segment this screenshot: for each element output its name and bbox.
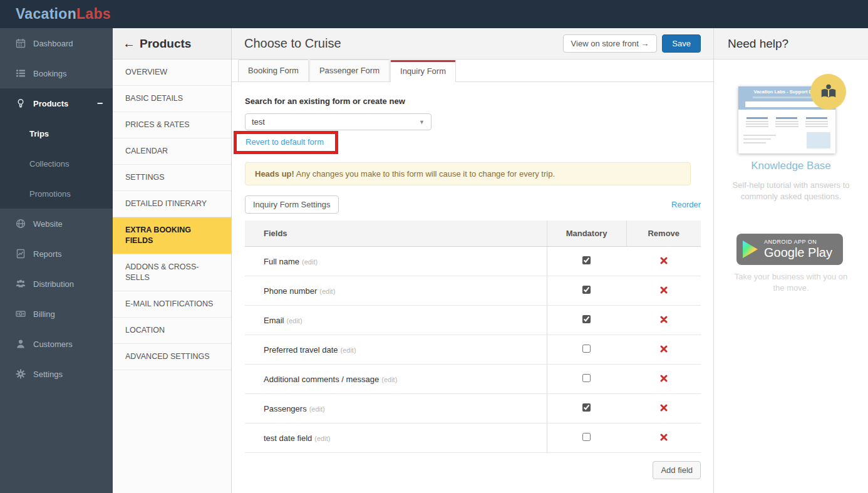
product-menu: ← Products OVERVIEW BASIC DETAILS PRICES… bbox=[113, 28, 232, 493]
collapse-minus-icon[interactable]: − bbox=[97, 98, 103, 109]
people-group-icon bbox=[16, 279, 26, 289]
google-play-line1: ANDROID APP ON bbox=[764, 239, 832, 245]
remove-icon[interactable] bbox=[660, 345, 668, 353]
sidebar-item-label: Customers bbox=[33, 340, 73, 349]
mandatory-checkbox[interactable] bbox=[582, 315, 591, 323]
google-play-badge[interactable]: ANDROID APP ON Google Play bbox=[736, 234, 843, 265]
product-menu-title: Products bbox=[140, 37, 191, 51]
logo-part-labs: Labs bbox=[76, 6, 111, 22]
mandatory-checkbox[interactable] bbox=[582, 374, 591, 382]
menu-item-calendar[interactable]: CALENDAR bbox=[113, 138, 231, 165]
page-title: Choose to Cruise bbox=[244, 36, 563, 51]
sidebar-item-label: Bookings bbox=[33, 69, 66, 78]
remove-icon[interactable] bbox=[660, 433, 668, 441]
remove-icon[interactable] bbox=[660, 257, 668, 264]
sidebar-item-billing[interactable]: Billing bbox=[0, 299, 113, 329]
sidebar-item-label: Reports bbox=[33, 249, 62, 259]
menu-item-basic-details[interactable]: BASIC DETAILS bbox=[113, 86, 231, 112]
field-name: test date field bbox=[264, 433, 312, 443]
menu-item-overview[interactable]: OVERVIEW bbox=[113, 60, 231, 86]
revert-to-default-link[interactable]: Revert to default form bbox=[245, 137, 324, 147]
form-select[interactable]: test ▼ bbox=[245, 113, 431, 130]
google-play-description: Take your business with you on the move. bbox=[714, 271, 868, 294]
sidebar-item-products[interactable]: Products − bbox=[0, 88, 113, 118]
table-row: Phone number(edit) bbox=[245, 276, 701, 306]
tab-passenger-form[interactable]: Passenger Form bbox=[309, 60, 390, 81]
revert-section: Revert to default form bbox=[245, 130, 713, 156]
remove-icon[interactable] bbox=[660, 316, 668, 323]
sidebar-item-website[interactable]: Website bbox=[0, 209, 113, 239]
sidebar-item-reports[interactable]: Reports bbox=[0, 239, 113, 269]
top-navbar: VacationLabs bbox=[0, 0, 868, 28]
inquiry-form-settings-button[interactable]: Inquiry Form Settings bbox=[245, 195, 339, 214]
mandatory-checkbox[interactable] bbox=[582, 286, 591, 294]
menu-item-advanced-settings[interactable]: ADVANCED SETTINGS bbox=[113, 344, 231, 370]
book-reader-icon bbox=[819, 83, 838, 101]
mandatory-checkbox[interactable] bbox=[582, 256, 591, 264]
sidebar-item-label: Dashboard bbox=[33, 39, 73, 48]
main-sidebar: Dashboard Bookings Products − Trips Coll… bbox=[0, 28, 113, 493]
mandatory-checkbox[interactable] bbox=[582, 433, 591, 441]
person-icon bbox=[16, 339, 26, 349]
remove-icon[interactable] bbox=[660, 404, 668, 412]
edit-link[interactable]: (edit) bbox=[381, 376, 397, 383]
field-name: Passengers bbox=[264, 404, 307, 413]
save-button[interactable]: Save bbox=[662, 34, 701, 53]
edit-link[interactable]: (edit) bbox=[341, 346, 356, 354]
table-row: test date field(edit) bbox=[245, 423, 701, 453]
view-store-front-button[interactable]: View on store front → bbox=[563, 34, 658, 53]
chevron-down-icon: ▼ bbox=[419, 119, 425, 125]
sidebar-item-customers[interactable]: Customers bbox=[0, 329, 113, 359]
sidebar-item-label: Settings bbox=[33, 370, 63, 379]
knowledge-base-link[interactable]: Knowledge Base bbox=[714, 160, 868, 172]
edit-link[interactable]: (edit) bbox=[287, 317, 302, 324]
mandatory-checkbox[interactable] bbox=[582, 403, 591, 412]
globe-icon bbox=[16, 219, 26, 229]
menu-item-addons-cross-sells[interactable]: ADDONS & CROSS-SELLS bbox=[113, 254, 231, 291]
menu-item-extra-booking-fields[interactable]: EXTRA BOOKING FIELDS bbox=[113, 217, 231, 254]
heads-up-alert: Heads up! Any changes you make to this f… bbox=[245, 162, 691, 185]
thumbnail-info-box bbox=[807, 132, 830, 148]
vacationlabs-logo[interactable]: VacationLabs bbox=[16, 6, 111, 23]
sidebar-subitem-collections[interactable]: Collections bbox=[0, 148, 113, 179]
list-icon bbox=[16, 68, 26, 78]
product-menu-back[interactable]: ← Products bbox=[113, 28, 231, 60]
sidebar-item-dashboard[interactable]: Dashboard bbox=[0, 28, 113, 58]
thumbnail-footer bbox=[738, 127, 835, 148]
mandatory-checkbox[interactable] bbox=[582, 345, 591, 353]
table-row: Preferred travel date(edit) bbox=[245, 335, 701, 365]
remove-icon[interactable] bbox=[660, 286, 668, 294]
back-arrow-icon: ← bbox=[123, 36, 135, 51]
remove-icon[interactable] bbox=[660, 375, 668, 382]
form-tabs: Booking Form Passenger Form Inquiry Form bbox=[232, 60, 713, 82]
sidebar-subitem-trips[interactable]: Trips bbox=[0, 118, 113, 148]
add-field-button[interactable]: Add field bbox=[653, 461, 701, 479]
add-field-row: Add field bbox=[245, 461, 701, 479]
alert-text: Any changes you make to this form will c… bbox=[294, 169, 555, 179]
form-search-label: Search for an existing form or create ne… bbox=[245, 96, 713, 106]
menu-item-location[interactable]: LOCATION bbox=[113, 318, 231, 344]
menu-item-settings[interactable]: SETTINGS bbox=[113, 165, 231, 191]
menu-item-email-notifications[interactable]: E-MAIL NOTIFICATIONS bbox=[113, 291, 231, 318]
sidebar-item-settings[interactable]: Settings bbox=[0, 359, 113, 389]
tab-booking-form[interactable]: Booking Form bbox=[238, 60, 309, 81]
sidebar-item-distribution[interactable]: Distribution bbox=[0, 269, 113, 299]
sidebar-item-label: Website bbox=[33, 219, 63, 229]
google-play-text: ANDROID APP ON Google Play bbox=[764, 239, 832, 260]
table-row: Additional comments / message(edit) bbox=[245, 365, 701, 394]
edit-link[interactable]: (edit) bbox=[309, 405, 325, 413]
menu-item-prices-rates[interactable]: PRICES & RATES bbox=[113, 112, 231, 138]
menu-item-detailed-itinerary[interactable]: DETAILED ITINERARY bbox=[113, 191, 231, 217]
fields-table: Fields Mandatory Remove Full name(edit) bbox=[245, 221, 701, 453]
sidebar-subitem-promotions[interactable]: Promotions bbox=[0, 179, 113, 209]
main-content: Choose to Cruise View on store front → S… bbox=[232, 28, 713, 493]
sidebar-item-label: Billing bbox=[33, 309, 55, 319]
column-header-mandatory: Mandatory bbox=[547, 221, 626, 247]
thumbnail-columns bbox=[738, 117, 835, 127]
edit-link[interactable]: (edit) bbox=[302, 258, 318, 266]
edit-link[interactable]: (edit) bbox=[314, 435, 330, 442]
tab-inquiry-form[interactable]: Inquiry Form bbox=[390, 60, 456, 82]
sidebar-item-bookings[interactable]: Bookings bbox=[0, 58, 113, 88]
reorder-link[interactable]: Reorder bbox=[671, 200, 701, 209]
edit-link[interactable]: (edit) bbox=[319, 288, 335, 295]
